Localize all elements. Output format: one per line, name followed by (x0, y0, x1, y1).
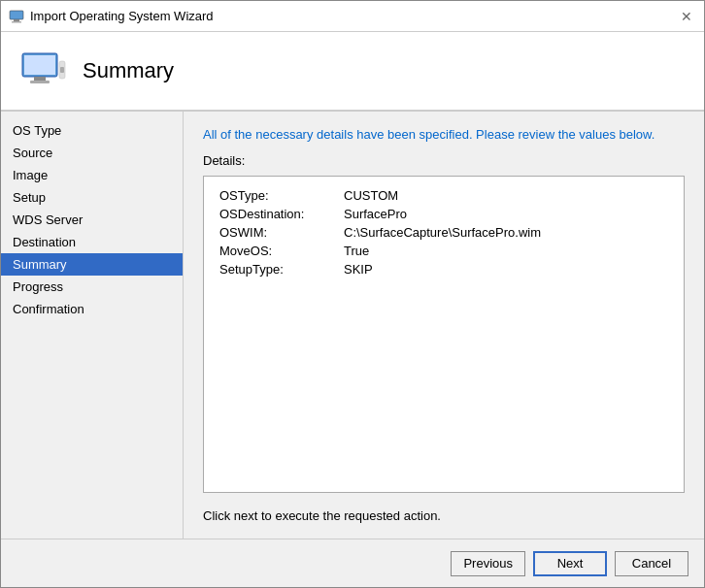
sidebar: OS Type Source Image Setup WDS Server De… (1, 112, 184, 539)
sidebar-item-wdsserver[interactable]: WDS Server (1, 209, 183, 231)
svg-rect-1 (14, 19, 19, 21)
sidebar-item-progress[interactable]: Progress (1, 276, 183, 298)
table-row: SetupType: SKIP (219, 262, 668, 277)
sidebar-item-setup[interactable]: Setup (1, 186, 183, 209)
key-oswim: OSWIM: (219, 225, 336, 240)
svg-rect-4 (24, 55, 55, 75)
intro-text: All of the necessary details have been s… (203, 127, 685, 142)
svg-rect-2 (12, 21, 21, 23)
sidebar-item-image[interactable]: Image (1, 164, 183, 186)
svg-rect-8 (60, 67, 64, 73)
svg-rect-5 (34, 77, 46, 81)
key-moveos: MoveOS: (219, 244, 336, 258)
wizard-window: Import Operating System Wizard ✕ Summary… (0, 0, 705, 588)
value-osdestination: SurfacePro (344, 207, 407, 221)
key-setuptype: SetupType: (219, 262, 336, 277)
header-section: Summary (1, 32, 704, 112)
page-title: Summary (83, 58, 174, 83)
sidebar-item-summary[interactable]: Summary (1, 253, 183, 276)
footer-text: Click next to execute the requested acti… (203, 508, 685, 523)
previous-button[interactable]: Previous (451, 551, 525, 576)
content-area: OS Type Source Image Setup WDS Server De… (1, 112, 704, 539)
table-row: OSWIM: C:\SurfaceCapture\SurfacePro.wim (219, 225, 668, 240)
value-moveos: True (344, 244, 369, 258)
close-button[interactable]: ✕ (677, 7, 696, 26)
sidebar-item-confirmation[interactable]: Confirmation (1, 298, 183, 320)
key-osdestination: OSDestination: (219, 207, 336, 221)
window-title: Import Operating System Wizard (30, 9, 214, 23)
key-ostype: OSType: (219, 188, 336, 203)
window-icon (9, 9, 24, 24)
table-row: OSDestination: SurfacePro (219, 207, 668, 221)
table-row: OSType: CUSTOM (219, 188, 668, 203)
details-box: OSType: CUSTOM OSDestination: SurfacePro… (203, 176, 685, 493)
cancel-button[interactable]: Cancel (615, 551, 688, 576)
main-content: All of the necessary details have been s… (184, 112, 704, 539)
sidebar-item-ostype[interactable]: OS Type (1, 119, 183, 142)
value-oswim: C:\SurfaceCapture\SurfacePro.wim (344, 225, 541, 240)
bottom-bar: Previous Next Cancel (1, 539, 704, 587)
svg-rect-6 (30, 81, 50, 83)
svg-rect-0 (10, 11, 23, 19)
header-icon (20, 48, 67, 94)
table-row: MoveOS: True (219, 244, 668, 258)
title-bar: Import Operating System Wizard ✕ (1, 1, 704, 32)
sidebar-item-destination[interactable]: Destination (1, 231, 183, 253)
sidebar-item-source[interactable]: Source (1, 142, 183, 164)
details-label: Details: (203, 153, 685, 168)
value-ostype: CUSTOM (344, 188, 398, 203)
value-setuptype: SKIP (344, 262, 373, 277)
next-button[interactable]: Next (533, 551, 607, 576)
title-bar-left: Import Operating System Wizard (9, 9, 214, 24)
